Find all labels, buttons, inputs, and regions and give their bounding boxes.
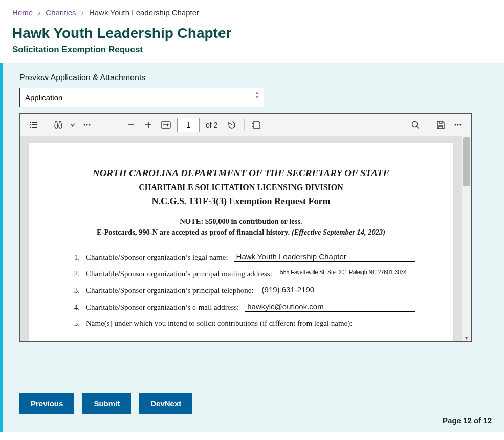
breadcrumb-charities[interactable]: Charities bbox=[46, 8, 76, 17]
page-header: Hawk Youth Leadership Chapter Solicitati… bbox=[0, 21, 504, 63]
svg-point-8 bbox=[460, 124, 462, 125]
highlighter-icon bbox=[54, 120, 63, 130]
page-title: Hawk Youth Leadership Chapter bbox=[12, 25, 492, 41]
doc-field-number: 4. bbox=[67, 303, 80, 312]
doc-note-line1: NOTE: $50,000 in contribution or less. bbox=[67, 217, 415, 226]
doc-field-number: 1. bbox=[67, 253, 80, 262]
section-label: Preview Application & Attachments bbox=[19, 73, 488, 82]
scrollbar-thumb[interactable] bbox=[463, 137, 470, 186]
doc-field-list: 1.Charitable/Sponsor organization’s lega… bbox=[67, 252, 415, 328]
svg-point-4 bbox=[231, 124, 232, 125]
minus-icon bbox=[127, 121, 135, 129]
doc-field-value: Hawk Youth Leadership Chapter bbox=[234, 252, 415, 262]
pdf-body: NORTH CAROLINA DEPARTMENT OF THE SECRETA… bbox=[20, 136, 471, 341]
doc-field-value: hawkylc@outlook.com bbox=[245, 302, 415, 312]
doc-field-label: Charitable/Sponsor organization’s legal … bbox=[86, 253, 228, 262]
page-view-icon bbox=[252, 120, 262, 130]
breadcrumb-home[interactable]: Home bbox=[12, 8, 33, 17]
sidebar-icon bbox=[29, 120, 38, 130]
doc-field-value: 555 Fayetteville St. Ste. 201 Raleigh NC… bbox=[278, 269, 415, 278]
doc-field-number: 5. bbox=[67, 319, 80, 328]
svg-point-1 bbox=[86, 124, 88, 125]
doc-field-row: 3.Charitable/Sponsor organization’s prin… bbox=[67, 285, 415, 295]
chevron-down-icon bbox=[70, 122, 75, 128]
svg-point-5 bbox=[412, 121, 418, 127]
rotate-icon bbox=[227, 120, 236, 130]
rotate-button[interactable] bbox=[224, 117, 240, 133]
highlight-dropdown-button[interactable] bbox=[68, 117, 78, 133]
attachment-select-wrap: Application ˄˅ bbox=[19, 88, 264, 107]
plus-icon bbox=[144, 121, 152, 129]
toolbar-separator bbox=[46, 119, 46, 131]
doc-field-number: 3. bbox=[67, 286, 80, 295]
doc-field-row: 1.Charitable/Sponsor organization’s lega… bbox=[67, 252, 415, 262]
doc-field-row: 2.Charitable/Sponsor organization’s prin… bbox=[67, 269, 415, 278]
document-page: NORTH CAROLINA DEPARTMENT OF THE SECRETA… bbox=[29, 143, 453, 341]
save-icon bbox=[436, 120, 445, 130]
submit-button[interactable]: Submit bbox=[82, 393, 131, 414]
wizard-buttons: Previous Submit DevNext bbox=[19, 393, 488, 414]
svg-point-2 bbox=[89, 124, 91, 125]
doc-field-label: Name(s) under which you intend to solici… bbox=[86, 319, 352, 328]
doc-heading-dept: NORTH CAROLINA DEPARTMENT OF THE SECRETA… bbox=[67, 167, 415, 179]
more-tools-button[interactable] bbox=[79, 117, 95, 133]
breadcrumb-separator: › bbox=[38, 8, 40, 17]
pdf-toolbar: of 2 bbox=[20, 114, 471, 136]
previous-button[interactable]: Previous bbox=[19, 393, 74, 414]
doc-note2-bold: E-Postcards, 990-N are accepted as proof… bbox=[97, 228, 292, 236]
doc-note2-italic: (Effective September 14, 2023) bbox=[292, 228, 385, 236]
doc-field-label: Charitable/Sponsor organization’s princi… bbox=[86, 286, 254, 295]
breadcrumb: Home › Charities › Hawk Youth Leadership… bbox=[0, 0, 504, 21]
breadcrumb-current: Hawk Youth Leadership Chapter bbox=[89, 8, 199, 17]
more-horizontal-icon bbox=[82, 120, 92, 130]
doc-field-number: 2. bbox=[67, 269, 80, 278]
toolbar-separator bbox=[244, 119, 245, 131]
toggle-sidebar-button[interactable] bbox=[25, 117, 41, 133]
search-button[interactable] bbox=[407, 117, 424, 133]
more-options-button[interactable] bbox=[450, 117, 466, 133]
doc-field-row: 5.Name(s) under which you intend to soli… bbox=[67, 319, 415, 328]
svg-point-7 bbox=[457, 124, 459, 125]
doc-field-row: 4.Charitable/Sponsor organization’s e-ma… bbox=[67, 302, 415, 312]
doc-field-value: (919) 631-2190 bbox=[260, 285, 415, 295]
breadcrumb-separator: › bbox=[81, 8, 84, 17]
wizard-panel: Preview Application & Attachments Applic… bbox=[0, 63, 504, 432]
attachment-select[interactable]: Application bbox=[19, 88, 264, 107]
page-subtitle: Solicitation Exemption Request bbox=[12, 45, 492, 55]
page-indicator: Page 12 of 12 bbox=[443, 416, 492, 425]
doc-field-label: Charitable/Sponsor organization’s e-mail… bbox=[86, 303, 239, 312]
doc-heading-division: CHARITABLE SOLICITATION LICENSING DIVISI… bbox=[67, 183, 415, 192]
doc-note-line2: E-Postcards, 990-N are accepted as proof… bbox=[67, 228, 415, 237]
zoom-out-button[interactable] bbox=[123, 117, 139, 133]
highlight-tool-button[interactable] bbox=[50, 117, 67, 133]
fit-width-icon bbox=[161, 121, 171, 129]
zoom-in-button[interactable] bbox=[140, 117, 157, 133]
page-view-button[interactable] bbox=[249, 117, 265, 133]
page-number-input[interactable] bbox=[177, 118, 200, 132]
vertical-scrollbar[interactable]: ▾ bbox=[462, 136, 471, 341]
doc-field-label: Charitable/Sponsor organization’s princi… bbox=[86, 269, 272, 278]
pdf-viewer: of 2 NORTH CARO bbox=[19, 113, 472, 342]
doc-heading-form: N.C.G.S. 131F-3(3) Exemption Request For… bbox=[67, 196, 415, 207]
devnext-button[interactable]: DevNext bbox=[139, 393, 192, 414]
fit-width-button[interactable] bbox=[158, 117, 174, 133]
pdf-page-area[interactable]: NORTH CAROLINA DEPARTMENT OF THE SECRETA… bbox=[20, 136, 462, 341]
page-count-label: of 2 bbox=[206, 121, 217, 129]
toolbar-separator bbox=[428, 119, 428, 131]
svg-point-6 bbox=[455, 124, 456, 125]
more-horizontal-icon bbox=[453, 120, 463, 130]
svg-point-0 bbox=[84, 124, 85, 125]
scroll-down-arrow-icon[interactable]: ▾ bbox=[462, 334, 471, 341]
save-button[interactable] bbox=[432, 117, 449, 133]
search-icon bbox=[411, 120, 420, 130]
